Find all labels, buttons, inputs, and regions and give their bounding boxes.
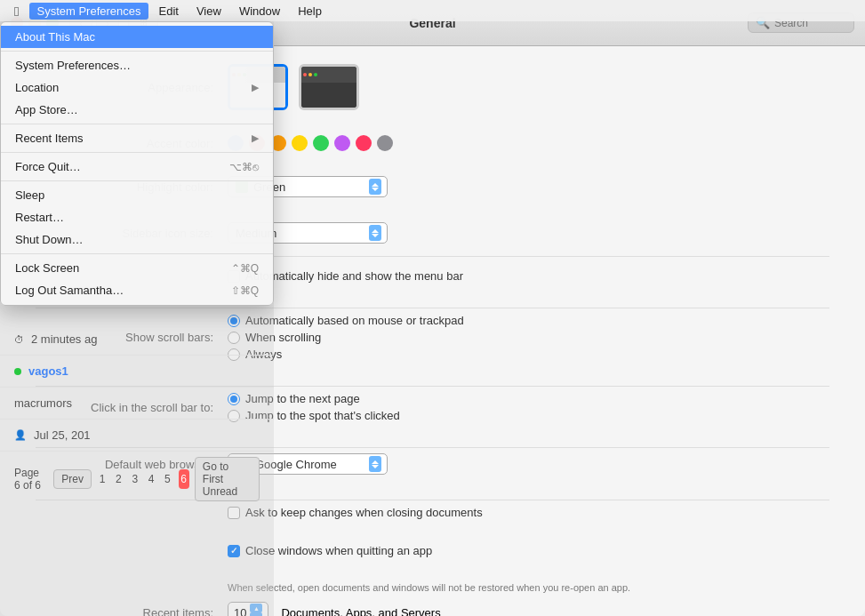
- time-icon: ⏱: [14, 334, 24, 345]
- page-label: Page 6 of 6: [14, 467, 44, 492]
- color-yellow[interactable]: [292, 135, 308, 151]
- page-6[interactable]: 6: [179, 469, 189, 489]
- separator-5: [1, 253, 273, 254]
- site: macrumors: [14, 396, 72, 410]
- menu-item-force-quit[interactable]: Force Quit… ⌥⌘⎋: [1, 156, 273, 178]
- online-dot: [14, 368, 21, 375]
- menu-help[interactable]: Help: [291, 3, 329, 20]
- lock-screen-shortcut: ⌃⌘Q: [231, 262, 259, 275]
- accent-color-control: [228, 135, 829, 151]
- menu-item-shut-down[interactable]: Shut Down…: [1, 228, 273, 251]
- menu-item-about[interactable]: About This Mac: [1, 26, 273, 48]
- recent-items-suffix: Documents, Apps, and Servers: [281, 606, 440, 617]
- page-4[interactable]: 4: [146, 469, 156, 489]
- separator-1: [1, 51, 273, 52]
- date-row: 👤 Jul 25, 201: [0, 420, 274, 452]
- menu-item-lock-screen[interactable]: Lock Screen ⌃⌘Q: [1, 257, 273, 279]
- page-nav: Page 6 of 6 Prev 1 2 3 4 5 6 Go to First…: [0, 452, 274, 507]
- recent-items-control: 10 ▲ ▼ Documents, Apps, and Servers: [228, 602, 829, 616]
- menu-item-location[interactable]: Location ▶: [1, 76, 273, 99]
- click-scroll-control: Jump to the next page Jump to the spot t…: [228, 392, 829, 422]
- username: vagos1: [28, 364, 68, 378]
- separator-3: [1, 152, 273, 153]
- color-green[interactable]: [313, 135, 329, 151]
- menu-item-restart[interactable]: Restart…: [1, 206, 273, 228]
- apple-dropdown-menu: About This Mac System Preferences… Locat…: [0, 21, 274, 306]
- menu-item-app-store[interactable]: App Store…: [1, 99, 273, 121]
- menu-system-preferences[interactable]: System Preferences: [29, 3, 148, 20]
- user-icon: 👤: [14, 429, 27, 441]
- location-arrow: ▶: [252, 82, 259, 93]
- force-quit-shortcut: ⌥⌘⎋: [229, 161, 259, 173]
- highlight-color-control: Green: [228, 176, 829, 197]
- keep-changes-control: Ask to keep changes when closing documen…: [228, 506, 829, 519]
- time-ago: 2 minutes ag: [31, 332, 97, 346]
- appearance-dark[interactable]: [299, 64, 359, 110]
- color-pink[interactable]: [356, 135, 372, 151]
- sidebar-size-arrow: [369, 225, 381, 241]
- menu-edit[interactable]: Edit: [152, 3, 186, 20]
- browser-arrow: [369, 456, 381, 472]
- menu-item-log-out[interactable]: Log Out Samantha… ⇧⌘Q: [1, 279, 273, 301]
- appearance-control: [228, 64, 829, 110]
- menu-bar-global:  System Preferences Edit View Window He…: [0, 0, 865, 21]
- user-row: vagos1: [0, 356, 274, 388]
- prev-btn[interactable]: Prev: [53, 469, 92, 489]
- menu-bar-control: Automatically hide and show the menu bar: [228, 269, 829, 283]
- separator-4: [1, 180, 273, 181]
- menu-item-recent-items[interactable]: Recent Items ▶: [1, 127, 273, 149]
- color-graphite[interactable]: [377, 135, 393, 151]
- menu-view[interactable]: View: [189, 3, 228, 20]
- menu-item-sleep[interactable]: Sleep: [1, 184, 273, 206]
- recent-items-arrow: ▶: [252, 132, 259, 144]
- page-2[interactable]: 2: [113, 469, 124, 489]
- page-3[interactable]: 3: [130, 469, 140, 489]
- highlight-color-arrow: [369, 179, 381, 195]
- log-out-shortcut: ⇧⌘Q: [231, 284, 259, 297]
- menu-item-system-prefs[interactable]: System Preferences…: [1, 54, 273, 76]
- close-windows-control: Close windows when quitting an app: [228, 544, 829, 557]
- go-btn[interactable]: Go to First Unread: [195, 457, 260, 501]
- sidebar-icon-size-control: Medium: [228, 222, 829, 244]
- page-1[interactable]: 1: [97, 469, 108, 489]
- page-5[interactable]: 5: [162, 469, 172, 489]
- browser-control: Google Chrome: [228, 453, 829, 475]
- separator-2: [1, 124, 273, 124]
- menu-window[interactable]: Window: [232, 3, 287, 20]
- apple-logo[interactable]: : [7, 4, 26, 19]
- color-purple[interactable]: [334, 135, 350, 151]
- site-row: macrumors: [0, 388, 274, 420]
- date: Jul 25, 201: [34, 428, 91, 442]
- scroll-bars-control: Automatically based on mouse or trackpad…: [228, 314, 829, 361]
